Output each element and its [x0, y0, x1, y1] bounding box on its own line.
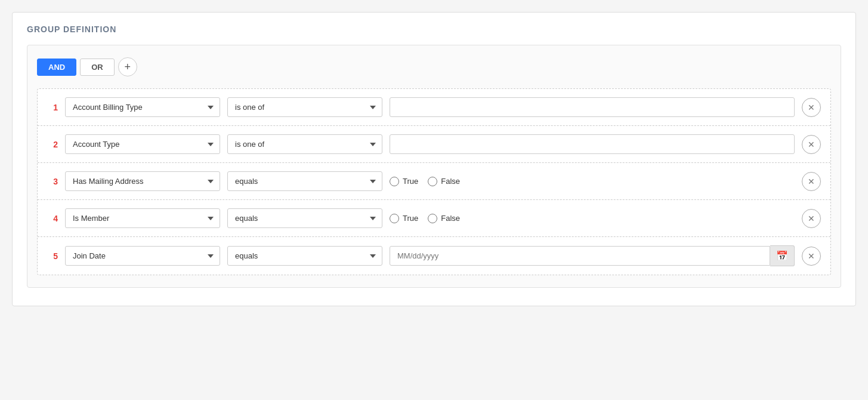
- table-row: 1 Account Billing Type Account Type Has …: [38, 89, 830, 126]
- add-condition-button[interactable]: +: [118, 57, 137, 76]
- field-select-5[interactable]: Account Billing Type Account Type Has Ma…: [65, 246, 220, 266]
- calendar-icon: 📅: [776, 250, 788, 261]
- close-icon: ✕: [808, 177, 815, 186]
- operator-select-3[interactable]: equals is one of contains: [227, 171, 382, 191]
- group-container: AND OR + 1 Account Billing Type Account …: [27, 45, 841, 288]
- false-radio-4[interactable]: [428, 214, 437, 223]
- rule-number-2: 2: [47, 140, 58, 149]
- true-label-4: True: [403, 214, 418, 223]
- false-option-3[interactable]: False: [428, 177, 460, 186]
- remove-rule-1-button[interactable]: ✕: [802, 98, 821, 117]
- remove-rule-3-button[interactable]: ✕: [802, 172, 821, 191]
- table-row: 5 Account Billing Type Account Type Has …: [38, 237, 830, 275]
- close-icon: ✕: [808, 214, 815, 223]
- value-input-2[interactable]: [390, 134, 795, 154]
- field-select-4[interactable]: Account Billing Type Account Type Has Ma…: [65, 208, 220, 228]
- remove-rule-5-button[interactable]: ✕: [802, 247, 821, 266]
- operator-select-1[interactable]: is one of equals contains starts with: [227, 97, 382, 117]
- field-select-2[interactable]: Account Billing Type Account Type Has Ma…: [65, 134, 220, 154]
- operator-select-5[interactable]: equals before after between: [227, 246, 382, 266]
- true-label-3: True: [403, 177, 418, 186]
- true-radio-3[interactable]: [390, 177, 399, 186]
- false-option-4[interactable]: False: [428, 214, 460, 223]
- page-container: GROUP DEFINITION AND OR + 1 Account Bill…: [12, 12, 856, 306]
- boolean-value-group-3: True False: [390, 177, 795, 186]
- false-label-4: False: [441, 214, 460, 223]
- remove-rule-2-button[interactable]: ✕: [802, 135, 821, 154]
- operator-select-2[interactable]: is one of equals contains starts with: [227, 134, 382, 154]
- rule-number-3: 3: [47, 177, 58, 186]
- plus-icon: +: [124, 61, 131, 72]
- true-radio-4[interactable]: [390, 214, 399, 223]
- or-button[interactable]: OR: [80, 59, 115, 76]
- calendar-button-5[interactable]: 📅: [770, 245, 795, 266]
- table-row: 2 Account Billing Type Account Type Has …: [38, 126, 830, 163]
- close-icon: ✕: [808, 103, 815, 112]
- true-option-4[interactable]: True: [390, 214, 418, 223]
- false-label-3: False: [441, 177, 460, 186]
- page-title: GROUP DEFINITION: [27, 24, 841, 34]
- rule-number-5: 5: [47, 251, 58, 261]
- rule-number-4: 4: [47, 214, 58, 223]
- field-select-1[interactable]: Account Billing Type Account Type Has Ma…: [65, 97, 220, 117]
- rules-container: 1 Account Billing Type Account Type Has …: [37, 88, 831, 275]
- and-button[interactable]: AND: [37, 59, 76, 76]
- false-radio-3[interactable]: [428, 177, 437, 186]
- operator-select-4[interactable]: equals is one of contains: [227, 208, 382, 228]
- rule-number-1: 1: [47, 103, 58, 112]
- close-icon: ✕: [808, 251, 815, 261]
- boolean-value-group-4: True False: [390, 214, 795, 223]
- date-value-wrapper-5: 📅: [390, 245, 795, 266]
- field-select-3[interactable]: Account Billing Type Account Type Has Ma…: [65, 171, 220, 191]
- date-input-5[interactable]: [390, 246, 770, 266]
- close-icon: ✕: [808, 140, 815, 149]
- logic-buttons: AND OR +: [37, 57, 831, 76]
- remove-rule-4-button[interactable]: ✕: [802, 209, 821, 228]
- table-row: 4 Account Billing Type Account Type Has …: [38, 200, 830, 237]
- value-input-1[interactable]: [390, 97, 795, 117]
- table-row: 3 Account Billing Type Account Type Has …: [38, 163, 830, 200]
- true-option-3[interactable]: True: [390, 177, 418, 186]
